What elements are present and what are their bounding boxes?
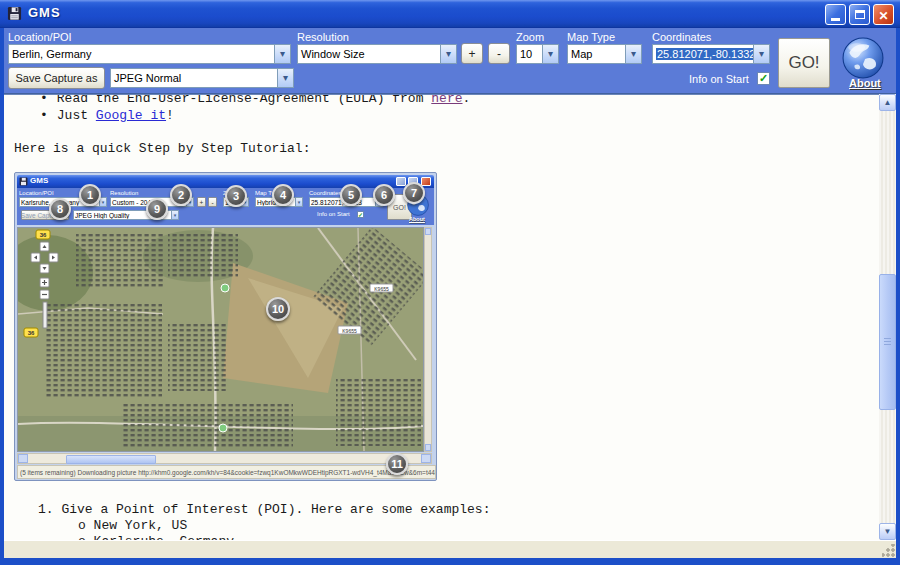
bullet-icon: • bbox=[40, 94, 48, 106]
callout-badge-11: 11 bbox=[386, 453, 408, 475]
mini-resolution-label: Resolution bbox=[110, 190, 138, 196]
minimize-button[interactable] bbox=[825, 4, 846, 25]
mini-title-bar: GMS bbox=[17, 175, 434, 188]
mini-about-label: About bbox=[409, 216, 425, 222]
google-it-link[interactable]: Google it bbox=[96, 108, 166, 123]
mini-location-label: Location/POI bbox=[19, 190, 54, 196]
zoom-value: 10 bbox=[517, 48, 542, 60]
info-on-start-checkbox[interactable] bbox=[757, 72, 770, 85]
callout-badge-4: 4 bbox=[272, 184, 294, 206]
main-toolbar: Location/POI Berlin, Germany Resolution … bbox=[4, 28, 896, 94]
callout-badge-5: 5 bbox=[340, 184, 362, 206]
svg-text:K9655: K9655 bbox=[374, 286, 389, 292]
callout-badge-6: 6 bbox=[373, 184, 395, 206]
callout-badge-7: 7 bbox=[403, 182, 425, 204]
mini-info-on-start-checkbox bbox=[357, 211, 364, 218]
about-globe-icon[interactable] bbox=[842, 37, 884, 79]
mini-scroll-up-icon bbox=[425, 228, 431, 235]
google-text-end: ! bbox=[166, 108, 174, 123]
mini-zoom-out-button: - bbox=[208, 197, 217, 207]
about-label[interactable]: About bbox=[849, 77, 881, 89]
mini-coordinates-label: Coordinates bbox=[309, 190, 341, 196]
callout-badge-3: 3 bbox=[225, 185, 247, 207]
callout-badge-8: 8 bbox=[49, 198, 71, 220]
info-on-start-label: Info on Start bbox=[689, 73, 749, 85]
mini-scroll-right-icon bbox=[421, 454, 431, 463]
help-document: •Read the End-User-License-Agreement (EU… bbox=[4, 94, 879, 540]
satellite-map: 36 36 K9655 K9655 bbox=[18, 228, 423, 451]
chevron-down-icon bbox=[171, 211, 178, 219]
coordinates-combobox[interactable]: 25.812071,-80.13329 bbox=[652, 44, 770, 64]
road-chip-36: 36 bbox=[36, 230, 50, 239]
road-label-chip: K9655 bbox=[370, 284, 393, 292]
chevron-down-icon[interactable] bbox=[277, 69, 293, 87]
maptype-label: Map Type bbox=[567, 31, 615, 43]
road-label-chip: K9655 bbox=[338, 326, 361, 334]
location-combobox[interactable]: Berlin, Germany bbox=[8, 44, 291, 64]
save-capture-button[interactable]: Save Capture as bbox=[8, 67, 105, 89]
just-text: Just bbox=[57, 108, 96, 123]
coordinates-label: Coordinates bbox=[652, 31, 711, 43]
zoom-in-button[interactable]: + bbox=[461, 43, 483, 64]
maptype-value: Map bbox=[568, 48, 625, 60]
callout-badge-9: 9 bbox=[146, 198, 168, 220]
chevron-down-icon[interactable] bbox=[274, 45, 290, 63]
eula-here-link[interactable]: here bbox=[431, 94, 462, 106]
svg-text:36: 36 bbox=[28, 330, 35, 336]
zoom-label: Zoom bbox=[516, 31, 544, 43]
mini-info-on-start-label: Info on Start bbox=[317, 211, 350, 217]
google-bullet-line: •Just Google it! bbox=[40, 108, 174, 123]
example-newyork-line: o New York, US bbox=[78, 518, 187, 533]
scroll-down-button[interactable] bbox=[879, 523, 896, 540]
mini-zoom-in-button: + bbox=[197, 197, 206, 207]
selected-text: 25.812071,-80.13329 bbox=[656, 48, 753, 60]
zoom-combobox[interactable]: 10 bbox=[516, 44, 559, 64]
location-label: Location/POI bbox=[8, 31, 72, 43]
eula-text: Read the End-User-License-Agreement (EUL… bbox=[57, 94, 431, 106]
eula-text-end: . bbox=[463, 94, 471, 106]
svg-text:K9655: K9655 bbox=[342, 328, 357, 334]
scroll-thumb[interactable] bbox=[879, 274, 896, 410]
close-button[interactable] bbox=[873, 4, 894, 25]
go-button[interactable]: GO! bbox=[778, 38, 830, 88]
location-value: Berlin, Germany bbox=[9, 48, 274, 60]
mini-floppy-icon bbox=[19, 177, 28, 186]
chevron-down-icon bbox=[295, 198, 302, 206]
resolution-combobox[interactable]: Window Size bbox=[297, 44, 457, 64]
callout-badge-1: 1 bbox=[79, 184, 101, 206]
map-marker-icon bbox=[221, 284, 229, 292]
format-value: JPEG Normal bbox=[111, 72, 277, 84]
mini-map-view: 36 36 K9655 K9655 bbox=[17, 227, 424, 452]
maptype-combobox[interactable]: Map bbox=[567, 44, 642, 64]
maximize-icon bbox=[855, 10, 865, 19]
minimize-icon bbox=[831, 18, 840, 21]
mini-vertical-scrollbar bbox=[424, 227, 432, 452]
tutorial-screenshot: GMS Location/POI Karlsruhe, Germany Reso… bbox=[14, 172, 437, 481]
mini-minimize-button bbox=[396, 177, 406, 186]
resize-grip[interactable] bbox=[882, 544, 895, 557]
mini-scroll-thumb bbox=[66, 455, 156, 464]
resolution-value: Window Size bbox=[298, 48, 440, 60]
resolution-label: Resolution bbox=[297, 31, 349, 43]
chevron-down-icon[interactable] bbox=[440, 45, 456, 63]
svg-text:36: 36 bbox=[40, 232, 47, 238]
eula-bullet-line: •Read the End-User-License-Agreement (EU… bbox=[40, 94, 470, 106]
chevron-down-icon[interactable] bbox=[753, 45, 769, 63]
coordinates-value: 25.812071,-80.13329 bbox=[653, 48, 753, 60]
zoom-out-button[interactable]: - bbox=[488, 43, 510, 64]
title-bar[interactable]: GMS bbox=[0, 0, 900, 28]
scroll-up-button[interactable] bbox=[879, 94, 896, 111]
chevron-down-icon[interactable] bbox=[625, 45, 641, 63]
mini-horizontal-scrollbar bbox=[17, 453, 432, 464]
close-icon bbox=[878, 6, 888, 24]
gms-window: GMS Location/POI Berlin, Germany Resolut… bbox=[0, 0, 900, 565]
mini-scroll-left-icon bbox=[18, 454, 28, 463]
vertical-scrollbar[interactable] bbox=[879, 94, 896, 540]
format-combobox[interactable]: JPEG Normal bbox=[110, 68, 294, 88]
maximize-button[interactable] bbox=[849, 4, 870, 25]
status-bar bbox=[4, 540, 896, 558]
step-1-line: 1. Give a Point of Interest (POI). Here … bbox=[38, 502, 490, 517]
bullet-icon: • bbox=[40, 108, 48, 123]
chevron-down-icon[interactable] bbox=[542, 45, 558, 63]
floppy-disk-icon bbox=[7, 6, 22, 21]
